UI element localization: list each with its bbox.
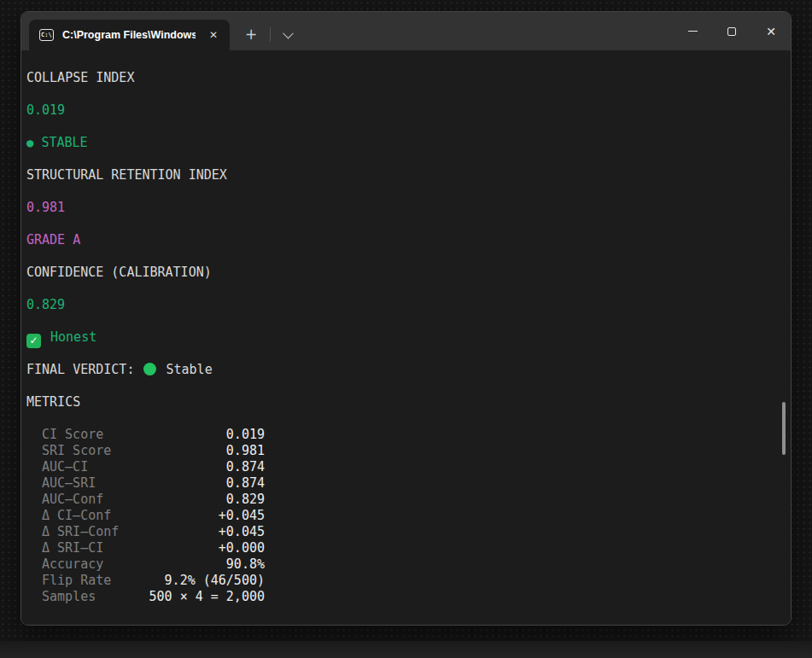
table-row: AUC–SRI 0.874	[26, 475, 265, 492]
close-icon: ✕	[766, 25, 776, 38]
metric-label: AUC–CI	[26, 459, 88, 475]
table-row: AUC–CI 0.874	[26, 459, 265, 475]
check-mark-icon: ✓	[26, 334, 41, 348]
metric-value: +0.045	[219, 524, 265, 540]
confidence-heading: CONFIDENCE (CALIBRATION)	[26, 265, 791, 281]
table-row: Δ SRI–Conf +0.045	[26, 524, 265, 540]
metrics-heading: METRICS	[26, 394, 791, 411]
toolbar-separator	[270, 27, 271, 42]
tab-title: C:\Program Files\WindowsAp	[62, 29, 196, 41]
green-circle-icon	[143, 363, 156, 376]
sri-heading: STRUCTURAL RETENTION INDEX	[26, 167, 791, 183]
metric-value: 0.829	[226, 492, 265, 508]
metric-label: CI Score	[26, 427, 103, 443]
taskbar-edge	[0, 641, 812, 658]
metric-label: Δ SRI–CI	[26, 540, 103, 556]
maximize-icon	[727, 27, 736, 36]
honest-badge-label: Honest	[50, 329, 96, 345]
metric-label: Samples	[26, 589, 96, 605]
metric-value: 9.2% (46/500)	[165, 573, 265, 589]
table-row: Δ CI–Conf +0.045	[26, 508, 265, 524]
sri-grade: GRADE A	[26, 232, 791, 248]
maximize-button[interactable]	[712, 12, 751, 50]
table-row: CI Score 0.019	[26, 427, 265, 443]
metric-label: Δ SRI–Conf	[26, 524, 119, 540]
metric-value: +0.045	[219, 508, 265, 524]
metric-value: 90.8%	[226, 556, 265, 573]
command-prompt-icon: C:\	[39, 29, 54, 41]
table-row: SRI Score 0.981	[26, 443, 265, 459]
honest-badge-line: ✓ Honest	[26, 329, 791, 346]
metric-value: +0.000	[219, 540, 265, 556]
status-label: STABLE	[41, 135, 87, 150]
table-row: Accuracy 90.8%	[26, 556, 265, 573]
status-dot-icon: ●	[26, 136, 33, 149]
metric-label: Flip Rate	[26, 573, 111, 589]
final-verdict-label: FINAL VERDICT:	[26, 362, 134, 377]
metric-value: 0.874	[226, 475, 265, 492]
titlebar-drag-region[interactable]	[301, 12, 673, 50]
table-row: AUC–Conf 0.829	[26, 492, 265, 508]
table-row: Samples 500 × 4 = 2,000	[26, 589, 265, 605]
confidence-value: 0.829	[26, 297, 791, 313]
metric-label: SRI Score	[26, 443, 111, 459]
final-verdict-value: Stable	[166, 362, 213, 377]
metric-value: 500 × 4 = 2,000	[149, 589, 265, 605]
sri-value: 0.981	[26, 200, 791, 216]
terminal-window: C:\ C:\Program Files\WindowsAp ✕ + ✕ COL…	[20, 11, 792, 626]
metric-label: AUC–SRI	[26, 475, 96, 492]
table-row: Δ SRI–CI +0.000	[26, 540, 265, 556]
table-row: Flip Rate 9.2% (46/500)	[26, 573, 265, 589]
metric-label: Accuracy	[26, 556, 103, 573]
minimize-icon	[688, 31, 698, 32]
metrics-table: CI Score 0.019 SRI Score 0.981 AUC–CI 0.…	[26, 427, 791, 605]
minimize-button[interactable]	[673, 12, 712, 50]
tab-active[interactable]: C:\ C:\Program Files\WindowsAp ✕	[29, 20, 230, 50]
collapse-index-status: ● STABLE	[26, 135, 791, 151]
metric-label: Δ CI–Conf	[26, 508, 111, 524]
title-bar[interactable]: C:\ C:\Program Files\WindowsAp ✕ + ✕	[21, 12, 791, 50]
metric-label: AUC–Conf	[26, 492, 103, 508]
chevron-down-icon	[283, 27, 294, 38]
tab-dropdown-button[interactable]	[275, 22, 301, 46]
metric-value: 0.981	[226, 443, 265, 459]
collapse-index-value: 0.019	[26, 102, 791, 119]
terminal-content[interactable]: COLLAPSE INDEX 0.019 ● STABLE STRUCTURAL…	[21, 50, 791, 626]
final-verdict-line: FINAL VERDICT: Stable	[26, 362, 791, 378]
close-button[interactable]: ✕	[751, 12, 791, 50]
collapse-index-heading: COLLAPSE INDEX	[26, 70, 791, 86]
new-tab-button[interactable]: +	[238, 22, 264, 46]
metric-value: 0.019	[226, 427, 265, 443]
window-controls: ✕	[673, 12, 791, 50]
tab-close-icon[interactable]: ✕	[204, 26, 223, 44]
metric-value: 0.874	[226, 459, 265, 475]
scrollbar[interactable]	[782, 402, 786, 455]
